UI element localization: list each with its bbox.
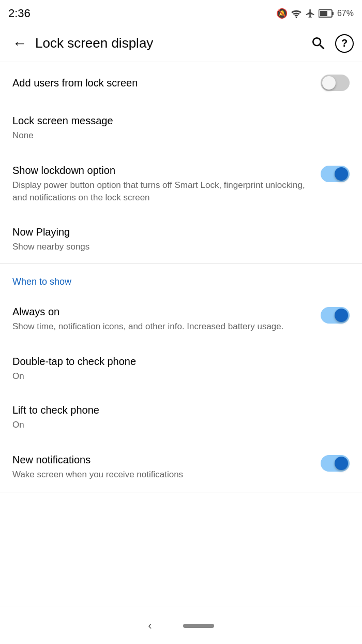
- bottom-divider: [0, 492, 362, 492]
- new-notifications-toggle[interactable]: [321, 455, 350, 472]
- always-on-toggle[interactable]: [321, 307, 350, 324]
- when-to-show-label: When to show: [12, 276, 71, 287]
- setting-show-lockdown-subtitle: Display power button option that turns o…: [12, 179, 312, 204]
- setting-always-on-title: Always on: [12, 305, 312, 318]
- setting-now-playing[interactable]: Now Playing Show nearby songs: [0, 215, 362, 264]
- setting-new-notifications-title: New notifications: [12, 453, 312, 466]
- nav-back-button[interactable]: ‹: [148, 619, 152, 633]
- svg-rect-2: [332, 12, 334, 15]
- battery-percent: 67%: [337, 9, 354, 18]
- when-to-show-section-header: When to show: [0, 264, 362, 294]
- setting-new-notifications[interactable]: New notifications Wake screen when you r…: [0, 442, 362, 492]
- setting-always-on[interactable]: Always on Show time, notification icons,…: [0, 294, 362, 344]
- add-users-toggle[interactable]: [321, 75, 350, 91]
- setting-lift-to-check-title: Lift to check phone: [12, 403, 350, 417]
- setting-now-playing-subtitle: Show nearby songs: [12, 241, 350, 253]
- app-bar: ← Lock screen display ?: [0, 25, 362, 62]
- back-button[interactable]: ←: [8, 31, 31, 56]
- setting-show-lockdown-title: Show lockdown option: [12, 164, 312, 177]
- status-icons: 🔕 67%: [276, 8, 354, 19]
- setting-lock-screen-message[interactable]: Lock screen message None: [0, 104, 362, 152]
- status-bar: 2:36 🔕 67%: [0, 0, 362, 25]
- setting-double-tap-title: Double-tap to check phone: [12, 355, 350, 368]
- airplane-icon: [305, 8, 315, 19]
- setting-new-notifications-subtitle: Wake screen when you receive notificatio…: [12, 469, 312, 481]
- help-icon[interactable]: ?: [335, 34, 354, 53]
- app-bar-actions: ?: [310, 34, 354, 53]
- setting-add-users[interactable]: Add users from lock screen: [0, 62, 362, 104]
- setting-show-lockdown[interactable]: Show lockdown option Display power butto…: [0, 152, 362, 215]
- svg-rect-3: [320, 11, 327, 16]
- setting-double-tap-subtitle: On: [12, 370, 350, 383]
- nav-home-pill[interactable]: [183, 624, 214, 628]
- setting-lock-screen-message-title: Lock screen message: [12, 114, 350, 127]
- setting-lock-screen-message-subtitle: None: [12, 129, 350, 142]
- search-icon[interactable]: [310, 35, 327, 52]
- wifi-icon: [291, 9, 302, 18]
- status-time: 2:36: [8, 7, 31, 20]
- show-lockdown-toggle[interactable]: [321, 166, 350, 182]
- settings-list: Add users from lock screen Lock screen m…: [0, 62, 362, 492]
- mute-icon: 🔕: [276, 8, 288, 19]
- setting-lift-to-check[interactable]: Lift to check phone On: [0, 393, 362, 442]
- setting-always-on-subtitle: Show time, notification icons, and other…: [12, 320, 312, 333]
- setting-add-users-title: Add users from lock screen: [12, 76, 312, 90]
- setting-double-tap[interactable]: Double-tap to check phone On: [0, 344, 362, 393]
- setting-lift-to-check-subtitle: On: [12, 419, 350, 431]
- battery-icon: [319, 9, 334, 18]
- navigation-bar: ‹: [0, 607, 362, 644]
- svg-point-0: [296, 17, 297, 18]
- page-title: Lock screen display: [35, 35, 310, 51]
- setting-now-playing-title: Now Playing: [12, 225, 350, 239]
